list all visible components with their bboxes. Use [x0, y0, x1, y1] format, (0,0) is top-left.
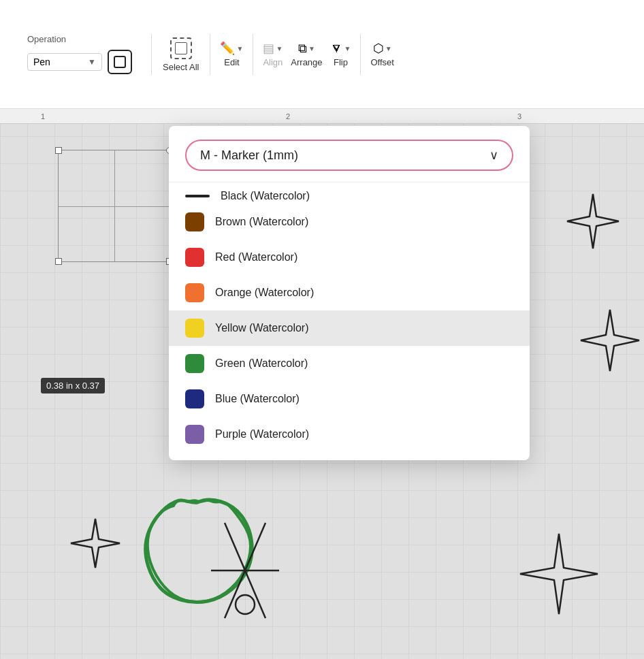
- rocket-shape: [204, 516, 286, 625]
- list-item[interactable]: Orange (Watercolor): [169, 275, 530, 310]
- divider-4: [360, 34, 361, 75]
- toolbar: Operation Pen ▼ Select All ✏️ ▼ Edit: [0, 0, 644, 109]
- ruler-horizontal: 1 2 3: [0, 109, 644, 124]
- align-button[interactable]: ▤ ▼ Align: [259, 38, 287, 70]
- red-swatch: [185, 248, 204, 267]
- pen-dropdown-arrow: ▼: [88, 57, 96, 67]
- flip-icon: ⛛: [331, 42, 343, 56]
- selection-box: [58, 150, 170, 262]
- pencil-icon: ✏️: [220, 41, 235, 56]
- list-item[interactable]: Brown (Watercolor): [169, 204, 530, 240]
- square-inner-icon: [114, 56, 126, 68]
- cross-vertical: [114, 150, 115, 261]
- dropdown-header: M - Marker (1mm) ∨: [169, 126, 530, 182]
- list-item[interactable]: Green (Watercolor): [169, 346, 530, 381]
- divider-1: [151, 34, 152, 75]
- size-badge: 0.38 in x 0.37: [41, 378, 105, 393]
- color-dropdown[interactable]: M - Marker (1mm) ∨ Black (Watercolor) Br…: [169, 126, 530, 460]
- align-icon: ▤: [263, 41, 274, 56]
- dropdown-select-row[interactable]: M - Marker (1mm) ∨: [185, 140, 513, 171]
- orange-label: Orange (Watercolor): [215, 287, 314, 299]
- arrange-arrow: ▼: [308, 45, 315, 52]
- flip-arrow: ▼: [344, 45, 351, 52]
- align-icon-row: ▤ ▼: [263, 41, 283, 56]
- list-item[interactable]: Purple (Watercolor): [169, 417, 530, 452]
- arrange-icon: ⧉: [298, 42, 307, 56]
- edit-button[interactable]: ✏️ ▼ Edit: [216, 38, 247, 70]
- select-all-button[interactable]: Select All: [157, 33, 204, 75]
- red-label: Red (Watercolor): [215, 251, 297, 263]
- pen-dropdown[interactable]: Pen ▼: [27, 53, 102, 71]
- brown-swatch: [185, 212, 204, 231]
- align-label: Align: [263, 57, 283, 67]
- list-item[interactable]: Red (Watercolor): [169, 240, 530, 275]
- edit-arrow: ▼: [236, 45, 243, 52]
- dropdown-chevron-icon: ∨: [489, 148, 498, 163]
- black-label: Black (Watercolor): [221, 190, 310, 202]
- flip-icon-row: ⛛ ▼: [331, 42, 351, 56]
- handle-top-left[interactable]: [55, 147, 62, 154]
- ruler-num-1: 1: [41, 112, 45, 120]
- blue-label: Blue (Watercolor): [215, 393, 300, 405]
- sparkle-bottom-right: [515, 530, 603, 618]
- select-all-icon-wrapper: [169, 36, 193, 61]
- yellow-label: Yellow (Watercolor): [215, 322, 309, 334]
- green-swatch: [185, 354, 204, 373]
- ruler-num-2: 2: [286, 112, 290, 120]
- arrange-button[interactable]: ⧉ ▼ Arrange: [287, 39, 326, 70]
- edit-label: Edit: [224, 57, 239, 67]
- list-item-selected[interactable]: Yellow (Watercolor): [169, 310, 530, 346]
- orange-swatch: [185, 283, 204, 302]
- divider-2: [210, 34, 210, 75]
- sparkle-bottom-left: [68, 516, 123, 570]
- operation-section: Operation Pen ▼: [14, 34, 146, 74]
- flip-label: Flip: [334, 57, 348, 67]
- sparkle-right-2: [576, 306, 644, 374]
- offset-icon-row: ⬡ ▼: [373, 41, 392, 56]
- select-all-icon: [170, 37, 192, 59]
- edit-icon-row: ✏️ ▼: [220, 41, 243, 56]
- align-arrow: ▼: [276, 45, 283, 52]
- dropdown-list: Black (Watercolor) Brown (Watercolor) Re…: [169, 182, 530, 455]
- list-item[interactable]: Black (Watercolor): [169, 185, 530, 204]
- list-item[interactable]: Blue (Watercolor): [169, 381, 530, 417]
- dropdown-selected-text: M - Marker (1mm): [200, 148, 298, 163]
- black-color-line: [185, 195, 210, 197]
- square-icon-button[interactable]: [108, 50, 132, 74]
- brown-label: Brown (Watercolor): [215, 216, 308, 228]
- flip-button[interactable]: ⛛ ▼ Flip: [327, 39, 355, 70]
- pen-value: Pen: [33, 57, 50, 67]
- yellow-swatch: [185, 319, 204, 338]
- sparkle-right-1: [562, 191, 624, 252]
- arrange-icon-row: ⧉ ▼: [298, 42, 315, 56]
- handle-bottom-left[interactable]: [55, 258, 62, 265]
- divider-3: [253, 34, 253, 75]
- purple-swatch: [185, 425, 204, 444]
- arrange-label: Arrange: [291, 57, 322, 67]
- offset-label: Offset: [370, 57, 393, 67]
- select-all-label: Select All: [163, 62, 199, 72]
- operation-label: Operation: [27, 34, 66, 44]
- green-label: Green (Watercolor): [215, 357, 308, 370]
- purple-label: Purple (Watercolor): [215, 428, 309, 440]
- blue-swatch: [185, 389, 204, 408]
- offset-arrow: ▼: [385, 45, 392, 52]
- offset-icon: ⬡: [373, 41, 384, 56]
- offset-button[interactable]: ⬡ ▼ Offset: [366, 38, 398, 70]
- ruler-num-3: 3: [517, 112, 521, 120]
- operation-controls: Pen ▼: [27, 50, 132, 74]
- svg-point-3: [236, 595, 255, 614]
